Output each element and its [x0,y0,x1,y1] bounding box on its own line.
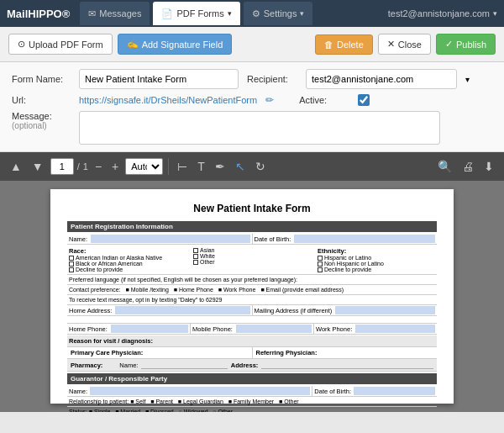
search-pdf-button[interactable]: 🔍 [434,158,455,175]
pdf-guarantor-dob-cell: Date of Birth: [312,386,437,396]
message-textarea[interactable] [79,111,440,145]
nav-tab-settings[interactable]: ⚙ Settings ▾ [244,2,313,25]
pdf-eth-item2: Non Hispanic or Latino [318,261,435,267]
nav-tab-messages[interactable]: ✉ Messages [80,2,150,25]
pdf-pharmacy-name-box [141,361,227,369]
user-email: test2@annistonjane.com [388,8,490,18]
action-toolbar: ⊙ Upload PDF Form ✍ Add Signature Field … [0,27,504,62]
pdf-guarantor-dob-label: Date of Birth: [314,388,351,395]
pdf-mailing-addr-box [335,306,435,314]
zoom-select[interactable]: Auto 50% 75% 100% 125% [125,158,163,175]
close-button[interactable]: ✕ Close [378,34,431,55]
check-box [318,256,323,261]
pdf-address-row: Home Address: Mailing Address (if differ… [67,305,437,316]
nav-tab-pdf-label: PDF Forms [176,8,223,18]
delete-button[interactable]: 🗑 Delete [315,34,373,55]
recipient-dropdown-icon[interactable]: ▾ [465,75,470,84]
draw-tool-button[interactable]: ✒ [212,158,228,175]
pdf-home-phone-label: Home Phone: [69,325,108,333]
pdf-race-title: Race: [69,247,186,255]
publish-label: Publish [456,40,486,50]
close-label: Close [398,40,422,50]
pdf-referring-cell: Referring Physician: [253,347,438,358]
form-fields-section: Form Name: Recipient: ▾ Url: https://sig… [0,62,504,152]
pdf-dob-field: Date of Birth: [253,234,438,244]
pdf-pharmacy-row: Pharmacy: Name: Address: [67,359,437,372]
pdf-reason-row: Reason for visit / diagnosis: [67,335,437,347]
download-pdf-button[interactable]: ⬇ [480,158,497,175]
pdf-icon: 📄 [161,8,173,19]
next-page-button[interactable]: ▼ [29,158,47,175]
pdf-contact-work: ■ Work Phone [218,287,256,293]
pdf-race-col: Race: American Indian or Alaska Native B… [69,247,186,272]
pdf-pharmacy-name-label: Name: [119,362,138,369]
pdf-contact-home: ■ Home Phone [174,287,213,293]
pdf-contact-email: ■ Email (provide email address) [260,287,344,293]
pdf-guarantor-header: Guarantor / Responsible Party [67,373,437,384]
pdf-guarantor-dob-box [354,387,435,395]
pdf-race-col2: Asian White Other [193,247,311,272]
pdf-contact-pref-row: Contact preference: ■ Mobile /texting ■ … [67,285,437,295]
cursor-tool-button[interactable]: ↖ [232,158,249,175]
page-total: 1 [83,161,88,172]
select-tool-button[interactable]: ⊢ [174,158,191,175]
check-box [193,248,198,253]
text-tool-button[interactable]: T [194,158,208,175]
pdf-eth-item3: Decline to provide [318,267,435,272]
check-box [193,260,198,265]
pdf-name-dob-row: Name: Date of Birth: [67,234,437,245]
pdf-name-field: Name: [67,234,253,244]
check-box [318,267,323,272]
pdf-pharmacy-label: Pharmacy: [71,362,102,369]
navbar: MailHIPPO® ✉ Messages 📄 PDF Forms ▾ ⚙ Se… [0,0,504,27]
check-box [69,267,74,272]
pdf-contact-mobile: ■ Mobile /texting [125,287,168,293]
pdf-mobile-phone-label: Mobile Phone: [192,325,233,333]
pdf-name-box [91,235,249,243]
pdf-home-phone-box [111,325,188,333]
pdf-mailing-addr-label: Mailing Address (if different) [255,307,333,314]
message-row: Message: (optional) [12,111,492,145]
upload-label: Upload PDF Form [29,40,103,50]
pdf-dob-box [294,235,435,243]
pdf-contact-label: Contact preference: [69,287,120,293]
pdf-phone-row: Home Phone: Mobile Phone: Work Phone: [67,324,437,335]
rotate-tool-button[interactable]: ↻ [252,158,269,175]
pdf-home-addr-box [115,306,249,314]
active-checkbox[interactable] [358,94,370,106]
recipient-label: Recipient: [247,74,297,84]
pdf-relationship-row: Relationship to patient: ■ Self ■ Parent… [67,397,437,407]
add-signature-button[interactable]: ✍ Add Signature Field [118,34,233,55]
pdf-race2-item1: Asian [193,247,311,253]
form-name-input[interactable] [79,69,239,89]
pdf-work-phone-field: Work Phone: [314,324,437,334]
pdf-text-opt-row: To receive text message, opt in by texti… [67,295,437,305]
check-box [193,254,198,259]
pdf-title: New Patient Intake Form [67,203,437,214]
upload-pdf-button[interactable]: ⊙ Upload PDF Form [8,34,113,55]
print-pdf-button[interactable]: 🖨 [459,158,477,175]
pdf-physician-row: Primary Care Physician: Referring Physic… [67,347,437,359]
user-caret-icon: ▾ [493,9,497,18]
nav-tab-pdf-forms[interactable]: 📄 PDF Forms ▾ [153,2,239,25]
url-link[interactable]: https://signsafe.it/DrSheils/NewPatientF… [79,95,257,105]
publish-button[interactable]: ✓ Publish [436,34,496,55]
zoom-in-button[interactable]: + [108,158,122,175]
pdf-guarantor-name-dob-row: Name: Date of Birth: [67,386,437,397]
pdf-pharmacy-addr-box [261,361,433,369]
messages-icon: ✉ [88,8,96,19]
pdf-guarantor-name-cell: Name: [67,386,312,396]
pdf-eth-item1: Hispanic or Latino [318,255,435,261]
check-box [318,261,323,267]
pdf-guarantor-name-box [90,387,310,395]
pdf-race-item1: American Indian or Alaska Native [69,255,186,261]
recipient-input[interactable] [306,69,457,89]
pdf-mobile-phone-box [236,325,312,333]
page-number-input[interactable] [50,158,74,175]
active-label: Active: [299,95,349,105]
signature-label: Add Signature Field [142,40,223,50]
prev-page-button[interactable]: ▲ [7,158,25,175]
delete-label: Delete [337,40,364,50]
zoom-out-button[interactable]: − [92,158,105,175]
edit-url-icon[interactable]: ✏ [265,94,274,106]
